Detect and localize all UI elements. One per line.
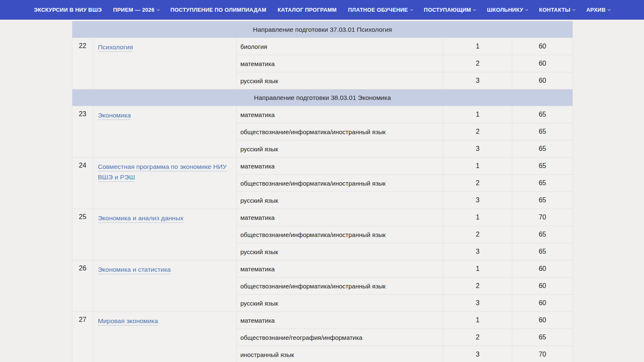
program-name-cell: Мировая экономика [93, 312, 236, 362]
nav-item-label: КАТАЛОГ ПРОГРАММ [278, 7, 337, 13]
program-name-cell: Совместная программа по экономике НИУ ВШ… [93, 158, 236, 209]
exam-subject: математика [236, 209, 443, 226]
nav-item-label: ПОСТУПЛЕНИЕ ПО ОЛИМПИАДАМ [171, 7, 266, 13]
program-link[interactable]: Экономика и статистика [98, 266, 171, 274]
table-row: 22Психологиябиология160 [72, 38, 573, 55]
exam-min-score: 70 [512, 209, 573, 226]
exam-min-score: 65 [512, 158, 573, 175]
exam-subject: русский язык [236, 140, 443, 158]
exam-priority: 2 [443, 226, 512, 243]
exam-subject: русский язык [236, 72, 443, 89]
section-header-row: Направление подготовки 38.03.01 Экономик… [72, 89, 573, 106]
chevron-down-icon [525, 8, 528, 10]
exam-min-score: 60 [512, 260, 573, 278]
exam-priority: 3 [443, 72, 512, 89]
exam-min-score: 65 [512, 243, 573, 260]
program-name-cell: Экономика и анализ данных [93, 209, 236, 260]
nav-item-label: КОНТАКТЫ [539, 7, 570, 13]
exam-priority: 2 [443, 278, 512, 295]
table-row: 24Совместная программа по экономике НИУ … [72, 158, 573, 175]
nav-item-label: ШКОЛЬНИКУ [487, 7, 523, 13]
exam-subject: биология [236, 38, 443, 55]
exam-min-score: 70 [512, 346, 573, 362]
admissions-table-body: Направление подготовки 37.03.01 Психолог… [72, 21, 573, 362]
exam-subject: русский язык [236, 243, 443, 260]
exam-priority: 2 [443, 329, 512, 346]
exam-subject: обществознание/информатика/иностранный я… [236, 175, 443, 192]
program-link[interactable]: Экономика и анализ данных [98, 214, 184, 223]
exam-min-score: 60 [512, 278, 573, 295]
exam-subject: математика [236, 260, 443, 278]
exam-min-score: 60 [512, 55, 573, 72]
exam-min-score: 65 [512, 192, 573, 209]
exam-min-score: 65 [512, 123, 573, 140]
exam-min-score: 60 [512, 38, 573, 55]
table-row: 25Экономика и анализ данныхматематика170 [72, 209, 573, 226]
exam-subject: математика [236, 55, 443, 72]
exam-priority: 2 [443, 55, 512, 72]
chevron-down-icon [572, 8, 575, 10]
exam-min-score: 60 [512, 312, 573, 329]
exam-priority: 2 [443, 123, 512, 140]
nav-item-8[interactable]: АРХИВ [586, 7, 610, 13]
exam-subject: обществознание/информатика/иностранный я… [236, 278, 443, 295]
table-row: 27Мировая экономикаматематика160 [72, 312, 573, 329]
program-number: 25 [72, 209, 93, 260]
program-link[interactable]: Экономика [98, 112, 131, 120]
exam-min-score: 65 [512, 226, 573, 243]
exam-min-score: 65 [512, 106, 573, 123]
program-name-cell: Психология [93, 38, 236, 89]
section-header-row: Направление подготовки 37.03.01 Психолог… [72, 21, 573, 38]
page-content: Направление подготовки 37.03.01 Психолог… [72, 21, 644, 362]
program-name-cell: Экономика [93, 106, 236, 158]
exam-subject: иностранный язык [236, 346, 443, 362]
exam-subject: русский язык [236, 295, 443, 312]
exam-priority: 3 [443, 140, 512, 158]
exam-min-score: 65 [512, 140, 573, 158]
exam-priority: 3 [443, 192, 512, 209]
exam-priority: 1 [443, 106, 512, 123]
nav-item-5[interactable]: ПОСТУПАЮЩИМ [424, 7, 476, 13]
nav-item-1[interactable]: ПРИЕМ — 2026 [113, 7, 159, 13]
exam-priority: 3 [443, 243, 512, 260]
exam-subject: математика [236, 158, 443, 175]
exam-priority: 1 [443, 209, 512, 226]
exam-priority: 1 [443, 158, 512, 175]
nav-item-label: АРХИВ [586, 7, 606, 13]
exam-subject: обществознание/информатика/иностранный я… [236, 123, 443, 140]
nav-item-label: ПЛАТНОЕ ОБУЧЕНИЕ [348, 7, 408, 13]
program-link[interactable]: Психология [98, 43, 133, 52]
nav-item-7[interactable]: КОНТАКТЫ [539, 7, 575, 13]
chevron-down-icon [608, 8, 611, 10]
nav-item-0[interactable]: ЭКСКУРСИИ В НИУ ВШЭ [34, 7, 102, 13]
nav-item-2[interactable]: ПОСТУПЛЕНИЕ ПО ОЛИМПИАДАМ [171, 7, 266, 13]
program-number: 22 [72, 38, 93, 89]
exam-priority: 3 [443, 346, 512, 362]
program-link[interactable]: Совместная программа по экономике НИУ ВШ… [98, 163, 227, 182]
program-name-cell: Экономика и статистика [93, 260, 236, 312]
section-title: Направление подготовки 37.03.01 Психолог… [72, 21, 573, 38]
nav-item-3[interactable]: КАТАЛОГ ПРОГРАММ [278, 7, 337, 13]
nav-item-4[interactable]: ПЛАТНОЕ ОБУЧЕНИЕ [348, 7, 412, 13]
exam-priority: 2 [443, 175, 512, 192]
top-nav: ЭКСКУРСИИ В НИУ ВШЭПРИЕМ — 2026ПОСТУПЛЕН… [0, 0, 644, 20]
exam-subject: обществознание/информатика/иностранный я… [236, 226, 443, 243]
program-number: 26 [72, 260, 93, 312]
nav-item-label: ПОСТУПАЮЩИМ [424, 7, 471, 13]
admissions-table: Направление подготовки 37.03.01 Психолог… [72, 21, 573, 362]
nav-item-label: ЭКСКУРСИИ В НИУ ВШЭ [34, 7, 102, 13]
exam-priority: 1 [443, 38, 512, 55]
nav-item-label: ПРИЕМ — 2026 [113, 7, 155, 13]
exam-priority: 3 [443, 295, 512, 312]
table-row: 23Экономикаматематика165 [72, 106, 573, 123]
exam-min-score: 60 [512, 72, 573, 89]
program-number: 27 [72, 312, 93, 362]
exam-subject: математика [236, 312, 443, 329]
exam-min-score: 65 [512, 175, 573, 192]
exam-subject: русский язык [236, 192, 443, 209]
chevron-down-icon [473, 8, 476, 10]
nav-item-6[interactable]: ШКОЛЬНИКУ [487, 7, 528, 13]
exam-priority: 1 [443, 312, 512, 329]
program-link[interactable]: Мировая экономика [98, 317, 158, 326]
exam-priority: 1 [443, 260, 512, 278]
